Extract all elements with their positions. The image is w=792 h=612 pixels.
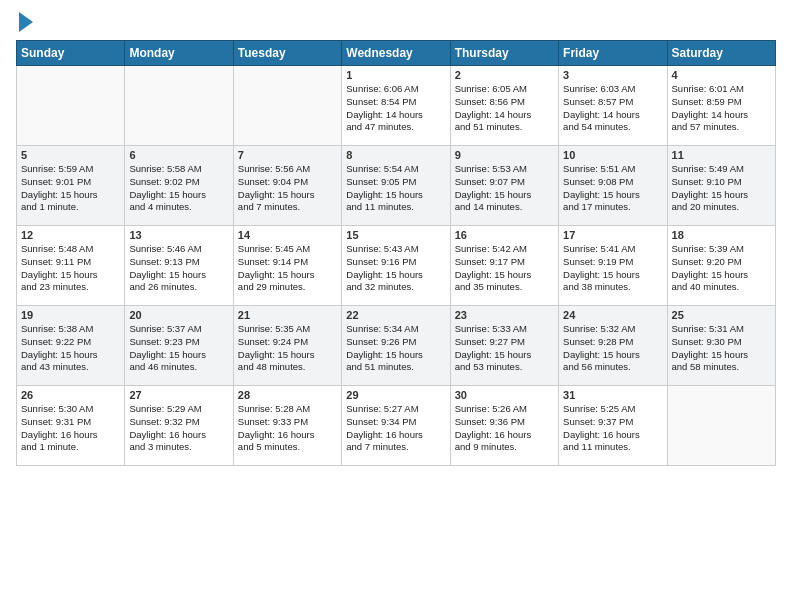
day-info: Sunrise: 5:29 AM Sunset: 9:32 PM Dayligh… — [129, 403, 228, 454]
week-row-2: 5Sunrise: 5:59 AM Sunset: 9:01 PM Daylig… — [17, 146, 776, 226]
day-number: 31 — [563, 389, 662, 401]
day-info: Sunrise: 5:37 AM Sunset: 9:23 PM Dayligh… — [129, 323, 228, 374]
calendar-cell: 23Sunrise: 5:33 AM Sunset: 9:27 PM Dayli… — [450, 306, 558, 386]
calendar-cell: 25Sunrise: 5:31 AM Sunset: 9:30 PM Dayli… — [667, 306, 775, 386]
calendar-cell: 1Sunrise: 6:06 AM Sunset: 8:54 PM Daylig… — [342, 66, 450, 146]
calendar-cell: 19Sunrise: 5:38 AM Sunset: 9:22 PM Dayli… — [17, 306, 125, 386]
day-info: Sunrise: 5:38 AM Sunset: 9:22 PM Dayligh… — [21, 323, 120, 374]
calendar-cell: 10Sunrise: 5:51 AM Sunset: 9:08 PM Dayli… — [559, 146, 667, 226]
day-number: 9 — [455, 149, 554, 161]
week-row-4: 19Sunrise: 5:38 AM Sunset: 9:22 PM Dayli… — [17, 306, 776, 386]
day-info: Sunrise: 5:46 AM Sunset: 9:13 PM Dayligh… — [129, 243, 228, 294]
day-info: Sunrise: 6:06 AM Sunset: 8:54 PM Dayligh… — [346, 83, 445, 134]
day-number: 7 — [238, 149, 337, 161]
day-info: Sunrise: 5:45 AM Sunset: 9:14 PM Dayligh… — [238, 243, 337, 294]
day-number: 24 — [563, 309, 662, 321]
day-number: 11 — [672, 149, 771, 161]
day-info: Sunrise: 6:01 AM Sunset: 8:59 PM Dayligh… — [672, 83, 771, 134]
calendar-cell: 31Sunrise: 5:25 AM Sunset: 9:37 PM Dayli… — [559, 386, 667, 466]
calendar-cell: 6Sunrise: 5:58 AM Sunset: 9:02 PM Daylig… — [125, 146, 233, 226]
day-number: 20 — [129, 309, 228, 321]
calendar-cell: 20Sunrise: 5:37 AM Sunset: 9:23 PM Dayli… — [125, 306, 233, 386]
day-info: Sunrise: 6:03 AM Sunset: 8:57 PM Dayligh… — [563, 83, 662, 134]
day-number: 22 — [346, 309, 445, 321]
day-number: 29 — [346, 389, 445, 401]
day-info: Sunrise: 5:34 AM Sunset: 9:26 PM Dayligh… — [346, 323, 445, 374]
week-row-5: 26Sunrise: 5:30 AM Sunset: 9:31 PM Dayli… — [17, 386, 776, 466]
logo-arrow-icon — [19, 12, 33, 32]
week-row-3: 12Sunrise: 5:48 AM Sunset: 9:11 PM Dayli… — [17, 226, 776, 306]
day-info: Sunrise: 5:26 AM Sunset: 9:36 PM Dayligh… — [455, 403, 554, 454]
day-info: Sunrise: 5:53 AM Sunset: 9:07 PM Dayligh… — [455, 163, 554, 214]
day-number: 5 — [21, 149, 120, 161]
calendar-cell: 11Sunrise: 5:49 AM Sunset: 9:10 PM Dayli… — [667, 146, 775, 226]
calendar-cell — [233, 66, 341, 146]
calendar-cell: 16Sunrise: 5:42 AM Sunset: 9:17 PM Dayli… — [450, 226, 558, 306]
day-number: 27 — [129, 389, 228, 401]
calendar-cell: 29Sunrise: 5:27 AM Sunset: 9:34 PM Dayli… — [342, 386, 450, 466]
weekday-header-sunday: Sunday — [17, 41, 125, 66]
day-info: Sunrise: 5:58 AM Sunset: 9:02 PM Dayligh… — [129, 163, 228, 214]
calendar-cell: 12Sunrise: 5:48 AM Sunset: 9:11 PM Dayli… — [17, 226, 125, 306]
calendar: SundayMondayTuesdayWednesdayThursdayFrid… — [16, 40, 776, 466]
calendar-cell: 8Sunrise: 5:54 AM Sunset: 9:05 PM Daylig… — [342, 146, 450, 226]
day-number: 4 — [672, 69, 771, 81]
logo-text-block — [16, 12, 33, 32]
calendar-cell: 21Sunrise: 5:35 AM Sunset: 9:24 PM Dayli… — [233, 306, 341, 386]
calendar-cell: 9Sunrise: 5:53 AM Sunset: 9:07 PM Daylig… — [450, 146, 558, 226]
day-number: 1 — [346, 69, 445, 81]
day-number: 23 — [455, 309, 554, 321]
weekday-header-tuesday: Tuesday — [233, 41, 341, 66]
weekday-header-friday: Friday — [559, 41, 667, 66]
weekday-header-row: SundayMondayTuesdayWednesdayThursdayFrid… — [17, 41, 776, 66]
calendar-cell: 22Sunrise: 5:34 AM Sunset: 9:26 PM Dayli… — [342, 306, 450, 386]
calendar-cell: 26Sunrise: 5:30 AM Sunset: 9:31 PM Dayli… — [17, 386, 125, 466]
day-number: 18 — [672, 229, 771, 241]
weekday-header-monday: Monday — [125, 41, 233, 66]
day-number: 2 — [455, 69, 554, 81]
day-info: Sunrise: 5:49 AM Sunset: 9:10 PM Dayligh… — [672, 163, 771, 214]
day-number: 8 — [346, 149, 445, 161]
day-number: 28 — [238, 389, 337, 401]
day-number: 21 — [238, 309, 337, 321]
header — [16, 12, 776, 32]
day-info: Sunrise: 5:30 AM Sunset: 9:31 PM Dayligh… — [21, 403, 120, 454]
calendar-cell: 18Sunrise: 5:39 AM Sunset: 9:20 PM Dayli… — [667, 226, 775, 306]
day-number: 26 — [21, 389, 120, 401]
calendar-cell: 5Sunrise: 5:59 AM Sunset: 9:01 PM Daylig… — [17, 146, 125, 226]
day-info: Sunrise: 5:59 AM Sunset: 9:01 PM Dayligh… — [21, 163, 120, 214]
day-info: Sunrise: 5:41 AM Sunset: 9:19 PM Dayligh… — [563, 243, 662, 294]
calendar-cell: 30Sunrise: 5:26 AM Sunset: 9:36 PM Dayli… — [450, 386, 558, 466]
day-number: 12 — [21, 229, 120, 241]
day-number: 17 — [563, 229, 662, 241]
calendar-cell: 3Sunrise: 6:03 AM Sunset: 8:57 PM Daylig… — [559, 66, 667, 146]
calendar-cell: 27Sunrise: 5:29 AM Sunset: 9:32 PM Dayli… — [125, 386, 233, 466]
calendar-cell — [125, 66, 233, 146]
day-number: 13 — [129, 229, 228, 241]
day-info: Sunrise: 5:42 AM Sunset: 9:17 PM Dayligh… — [455, 243, 554, 294]
calendar-cell: 28Sunrise: 5:28 AM Sunset: 9:33 PM Dayli… — [233, 386, 341, 466]
day-number: 14 — [238, 229, 337, 241]
week-row-1: 1Sunrise: 6:06 AM Sunset: 8:54 PM Daylig… — [17, 66, 776, 146]
calendar-cell: 24Sunrise: 5:32 AM Sunset: 9:28 PM Dayli… — [559, 306, 667, 386]
calendar-cell: 4Sunrise: 6:01 AM Sunset: 8:59 PM Daylig… — [667, 66, 775, 146]
calendar-cell: 7Sunrise: 5:56 AM Sunset: 9:04 PM Daylig… — [233, 146, 341, 226]
logo — [16, 12, 33, 32]
day-info: Sunrise: 5:43 AM Sunset: 9:16 PM Dayligh… — [346, 243, 445, 294]
calendar-cell: 17Sunrise: 5:41 AM Sunset: 9:19 PM Dayli… — [559, 226, 667, 306]
day-info: Sunrise: 5:56 AM Sunset: 9:04 PM Dayligh… — [238, 163, 337, 214]
calendar-cell — [17, 66, 125, 146]
day-info: Sunrise: 5:54 AM Sunset: 9:05 PM Dayligh… — [346, 163, 445, 214]
day-number: 3 — [563, 69, 662, 81]
day-number: 30 — [455, 389, 554, 401]
day-info: Sunrise: 5:32 AM Sunset: 9:28 PM Dayligh… — [563, 323, 662, 374]
day-number: 19 — [21, 309, 120, 321]
day-info: Sunrise: 5:31 AM Sunset: 9:30 PM Dayligh… — [672, 323, 771, 374]
day-number: 15 — [346, 229, 445, 241]
page: SundayMondayTuesdayWednesdayThursdayFrid… — [0, 0, 792, 612]
day-number: 6 — [129, 149, 228, 161]
day-info: Sunrise: 5:28 AM Sunset: 9:33 PM Dayligh… — [238, 403, 337, 454]
calendar-cell: 14Sunrise: 5:45 AM Sunset: 9:14 PM Dayli… — [233, 226, 341, 306]
day-number: 25 — [672, 309, 771, 321]
day-info: Sunrise: 6:05 AM Sunset: 8:56 PM Dayligh… — [455, 83, 554, 134]
